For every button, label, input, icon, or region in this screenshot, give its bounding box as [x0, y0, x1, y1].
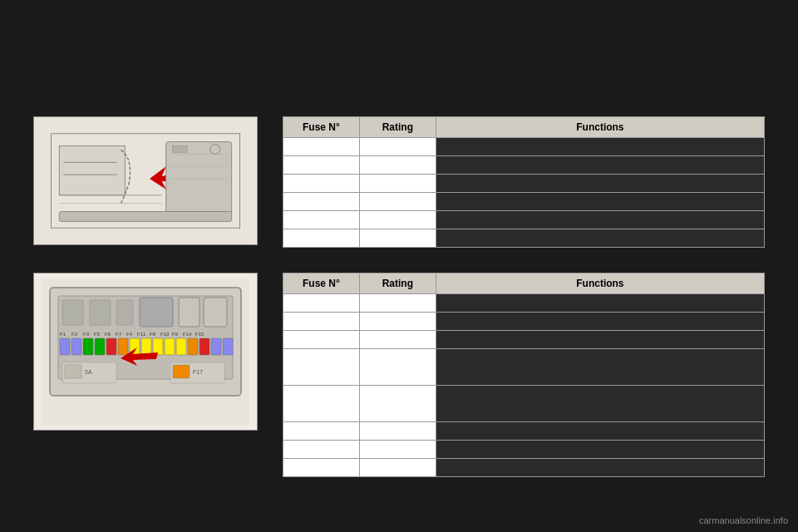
svg-rect-41 [106, 338, 116, 355]
fuse-rating-cell [359, 331, 436, 349]
svg-rect-48 [188, 338, 198, 355]
svg-rect-46 [165, 338, 175, 355]
fuse-rating-cell [359, 294, 436, 313]
bottom-table-col1: Fuse N° [283, 273, 360, 294]
table-row [283, 441, 765, 459]
svg-text:F4: F4 [126, 332, 133, 337]
svg-rect-51 [223, 338, 233, 355]
fuse-box-svg: F1 F2 F3 F5 F6 F7 F4 F11 F8 F10 F9 F14 F… [42, 279, 249, 425]
fuse-num-cell [283, 459, 360, 477]
fuse-rating-cell [359, 349, 436, 386]
fuse-rating-cell [359, 175, 436, 193]
svg-text:F7: F7 [116, 332, 122, 337]
fuse-num-cell [283, 386, 360, 422]
svg-rect-53 [65, 365, 81, 378]
svg-text:F3: F3 [83, 332, 90, 337]
svg-rect-49 [200, 338, 209, 355]
fuse-rating-cell [359, 313, 436, 331]
top-table-col3: Functions [436, 117, 764, 138]
svg-text:F14: F14 [183, 332, 192, 337]
svg-text:F17: F17 [193, 369, 203, 375]
svg-rect-19 [90, 300, 111, 325]
fuse-num-cell [283, 138, 360, 156]
fuse-num-cell [283, 229, 360, 248]
fuse-rating-cell [359, 459, 436, 477]
fuse-func-cell [436, 175, 764, 193]
page: Fuse N° Rating Functions [0, 0, 798, 532]
table-row [283, 211, 765, 229]
fuse-num-cell [283, 175, 360, 193]
svg-rect-22 [179, 298, 200, 327]
fuse-func-cell [436, 331, 764, 349]
fuse-func-cell [436, 193, 764, 211]
fuse-func-cell [436, 422, 764, 441]
top-section: Fuse N° Rating Functions [0, 0, 798, 264]
svg-text:F11: F11 [137, 332, 146, 337]
table-row [283, 386, 765, 422]
fuse-rating-cell [359, 386, 436, 422]
top-diagram [33, 116, 258, 245]
svg-rect-47 [176, 338, 186, 355]
svg-rect-12 [59, 212, 231, 222]
fuse-func-cell [436, 441, 764, 459]
svg-rect-40 [95, 338, 105, 355]
fuse-func-cell [436, 229, 764, 248]
fuse-func-cell [436, 386, 764, 422]
svg-rect-23 [204, 298, 227, 327]
svg-rect-20 [116, 300, 133, 325]
fuse-rating-cell [359, 138, 436, 156]
bottom-table-col3: Functions [436, 273, 764, 294]
fuse-func-cell [436, 211, 764, 229]
fuse-num-cell [283, 193, 360, 211]
fuse-func-cell [436, 459, 764, 477]
fuse-rating-cell [359, 211, 436, 229]
svg-text:F9: F9 [172, 332, 179, 337]
table-row [283, 294, 765, 313]
top-table-col2: Rating [359, 117, 436, 138]
table-row [283, 459, 765, 477]
fuse-num-cell [283, 349, 360, 386]
svg-rect-10 [173, 146, 188, 153]
svg-rect-18 [62, 300, 83, 325]
svg-text:F2: F2 [71, 332, 78, 337]
svg-text:F15: F15 [195, 332, 204, 337]
fuse-num-cell [283, 422, 360, 441]
bottom-table-col2: Rating [359, 273, 436, 294]
table-row [283, 138, 765, 156]
table-row [283, 156, 765, 175]
table-row [283, 313, 765, 331]
fuse-func-cell [436, 349, 764, 386]
fuse-num-cell [283, 441, 360, 459]
fuse-func-cell [436, 294, 764, 313]
svg-text:F5: F5 [94, 332, 101, 337]
fuse-func-cell [436, 313, 764, 331]
table-row [283, 349, 765, 386]
svg-rect-42 [118, 338, 128, 355]
top-table-col1: Fuse N° [283, 117, 360, 138]
car-interior-svg [34, 117, 257, 244]
fuse-rating-cell [359, 156, 436, 175]
table-row [283, 193, 765, 211]
svg-text:F8: F8 [150, 332, 156, 337]
svg-rect-37 [60, 338, 70, 355]
fuse-rating-cell [359, 441, 436, 459]
svg-rect-44 [141, 338, 151, 355]
svg-text:5A: 5A [85, 369, 92, 375]
fuse-rating-cell [359, 229, 436, 248]
bottom-diagram: F1 F2 F3 F5 F6 F7 F4 F11 F8 F10 F9 F14 F… [33, 273, 258, 431]
fuse-num-cell [283, 156, 360, 175]
svg-rect-2 [59, 146, 125, 195]
svg-rect-50 [211, 338, 221, 355]
svg-rect-56 [173, 365, 190, 378]
top-table-wrapper: Fuse N° Rating Functions [283, 116, 765, 248]
svg-text:F10: F10 [160, 332, 170, 337]
fuse-num-cell [283, 294, 360, 313]
svg-rect-39 [83, 338, 93, 355]
svg-rect-21 [140, 298, 173, 327]
bottom-section: F1 F2 F3 F5 F6 F7 F4 F11 F8 F10 F9 F14 F… [0, 264, 798, 494]
fuse-num-cell [283, 313, 360, 331]
bottom-table-wrapper: Fuse N° Rating Functions [283, 273, 765, 477]
table-row [283, 331, 765, 349]
fuse-func-cell [436, 156, 764, 175]
fuse-rating-cell [359, 193, 436, 211]
